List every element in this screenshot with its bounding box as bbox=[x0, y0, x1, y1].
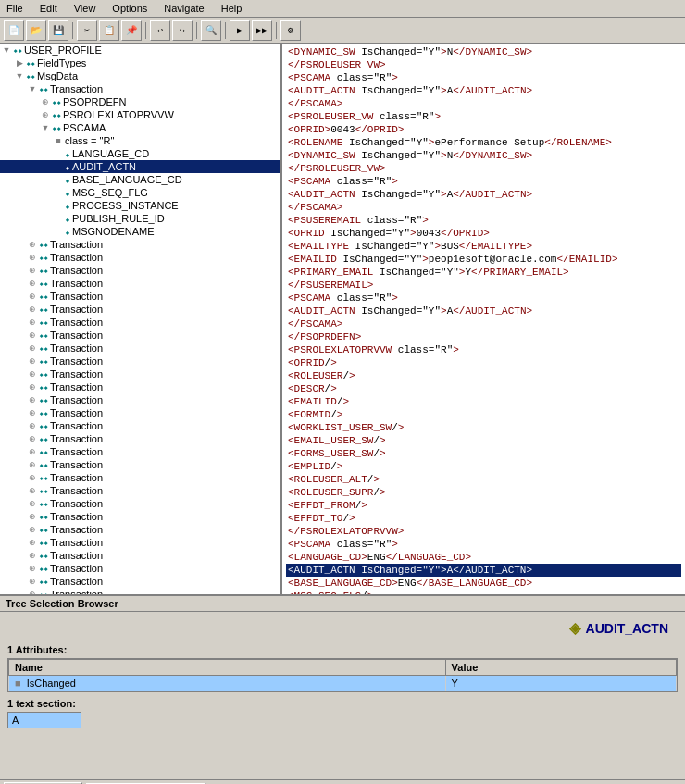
cut-button[interactable]: ✂ bbox=[77, 20, 97, 41]
expand-t23[interactable]: ⊕ bbox=[26, 525, 39, 534]
expand-t25[interactable]: ⊕ bbox=[26, 551, 39, 560]
menu-view[interactable]: View bbox=[71, 2, 99, 15]
tree-item-transaction-18[interactable]: ⊕ ⬥⬥ Transaction bbox=[0, 458, 280, 471]
table-row-ischanged[interactable]: ■ IsChanged Y bbox=[9, 676, 677, 691]
menu-navigate[interactable]: Navigate bbox=[161, 2, 206, 15]
text-section-input[interactable] bbox=[7, 712, 81, 728]
tree-item-transaction-20[interactable]: ⊕ ⬥⬥ Transaction bbox=[0, 484, 280, 497]
expand-t6[interactable]: ⊕ bbox=[26, 305, 39, 314]
expand-pscama[interactable]: ▼ bbox=[39, 123, 52, 132]
expand-t20[interactable]: ⊕ bbox=[26, 486, 39, 495]
expand-t27[interactable]: ⊕ bbox=[26, 577, 39, 586]
expand-t9[interactable]: ⊕ bbox=[26, 343, 39, 353]
tree-item-msgnodename[interactable]: ⬥ MSGNODENAME bbox=[0, 225, 280, 238]
tree-container[interactable]: ▼ ⬥⬥ USER_PROFILE ▶ ⬥⬥ FieldTypes ▼ ⬥⬥ M… bbox=[0, 44, 280, 594]
tree-item-msgdata[interactable]: ▼ ⬥⬥ MsgData bbox=[0, 69, 280, 82]
run-button[interactable]: ▶ bbox=[230, 20, 250, 41]
tree-item-transaction-27[interactable]: ⊕ ⬥⬥ Transaction bbox=[0, 575, 280, 588]
run2-button[interactable]: ▶▶ bbox=[252, 20, 272, 41]
menu-edit[interactable]: Edit bbox=[37, 2, 60, 15]
expand-t24[interactable]: ⊕ bbox=[26, 538, 39, 547]
menu-options[interactable]: Options bbox=[109, 2, 150, 15]
expand-icon-msgdata[interactable]: ▼ bbox=[13, 71, 26, 81]
expand-t17[interactable]: ⊕ bbox=[26, 447, 39, 456]
tree-item-transaction-16[interactable]: ⊕ ⬥⬥ Transaction bbox=[0, 432, 280, 445]
tree-item-transaction-15[interactable]: ⊕ ⬥⬥ Transaction bbox=[0, 419, 280, 432]
expand-t4[interactable]: ⊕ bbox=[26, 279, 39, 288]
tree-item-audit-actn[interactable]: ⬥ AUDIT_ACTN bbox=[0, 160, 280, 173]
tree-item-transaction-main[interactable]: ▼ ⬥⬥ Transaction bbox=[0, 82, 280, 95]
tree-label-transaction-1: Transaction bbox=[50, 239, 103, 250]
tree-item-base-language-cd[interactable]: ⬥ BASE_LANGUAGE_CD bbox=[0, 173, 280, 186]
expand-t12[interactable]: ⊕ bbox=[26, 382, 39, 392]
xml-view[interactable]: <DYNAMIC_SW IsChanged="Y">N</DYNAMIC_SW>… bbox=[282, 44, 685, 594]
copy-button[interactable]: 📋 bbox=[99, 20, 119, 41]
expand-t1[interactable]: ⊕ bbox=[26, 240, 39, 249]
expand-t10[interactable]: ⊕ bbox=[26, 356, 39, 366]
settings-button[interactable]: ⚙ bbox=[280, 20, 301, 41]
paste-button[interactable]: 📌 bbox=[121, 20, 142, 41]
expand-psrolexlatoprvvw[interactable]: ⊕ bbox=[39, 110, 52, 119]
tree-item-transaction-24[interactable]: ⊕ ⬥⬥ Transaction bbox=[0, 536, 280, 549]
undo-button[interactable]: ↩ bbox=[150, 20, 170, 41]
tree-item-transaction-12[interactable]: ⊕ ⬥⬥ Transaction bbox=[0, 380, 280, 393]
tree-item-psoprdefn[interactable]: ⊕ ⬥⬥ PSOPRDEFN bbox=[0, 95, 280, 108]
tree-item-transaction-1[interactable]: ⊕ ⬥⬥ Transaction bbox=[0, 238, 280, 251]
expand-t13[interactable]: ⊕ bbox=[26, 395, 39, 404]
menu-file[interactable]: File bbox=[4, 2, 26, 15]
menu-help[interactable]: Help bbox=[218, 2, 245, 15]
tree-item-transaction-6[interactable]: ⊕ ⬥⬥ Transaction bbox=[0, 303, 280, 316]
expand-t16[interactable]: ⊕ bbox=[26, 434, 39, 443]
expand-t2[interactable]: ⊕ bbox=[26, 253, 39, 262]
redo-button[interactable]: ↪ bbox=[172, 20, 193, 41]
tree-item-psrolexlatoprvvw[interactable]: ⊕ ⬥⬥ PSROLEXLATOPRVVW bbox=[0, 108, 280, 121]
expand-t18[interactable]: ⊕ bbox=[26, 460, 39, 469]
expand-t5[interactable]: ⊕ bbox=[26, 292, 39, 301]
expand-icon[interactable]: ▼ bbox=[0, 45, 13, 55]
find-button[interactable]: 🔍 bbox=[201, 20, 221, 41]
tree-item-process-instance[interactable]: ⬥ PROCESS_INSTANCE bbox=[0, 199, 280, 212]
tree-item-transaction-9[interactable]: ⊕ ⬥⬥ Transaction bbox=[0, 342, 280, 355]
tree-item-transaction-14[interactable]: ⊕ ⬥⬥ Transaction bbox=[0, 406, 280, 419]
tree-item-class-attr[interactable]: ■ class = "R" bbox=[0, 134, 280, 147]
expand-icon-transaction[interactable]: ▼ bbox=[26, 84, 39, 93]
tree-item-pscama[interactable]: ▼ ⬥⬥ PSCAMA bbox=[0, 121, 280, 134]
tree-item-transaction-8[interactable]: ⊕ ⬥⬥ Transaction bbox=[0, 329, 280, 342]
tree-item-msg-seq-flg[interactable]: ⬥ MSG_SEQ_FLG bbox=[0, 186, 280, 199]
tree-item-transaction-26[interactable]: ⊕ ⬥⬥ Transaction bbox=[0, 562, 280, 575]
tree-item-transaction-4[interactable]: ⊕ ⬥⬥ Transaction bbox=[0, 277, 280, 290]
tree-item-transaction-23[interactable]: ⊕ ⬥⬥ Transaction bbox=[0, 523, 280, 536]
tree-item-publish-rule-id[interactable]: ⬥ PUBLISH_RULE_ID bbox=[0, 212, 280, 225]
open-button[interactable]: 📂 bbox=[26, 20, 46, 41]
expand-t22[interactable]: ⊕ bbox=[26, 512, 39, 521]
new-button[interactable]: 📄 bbox=[4, 20, 24, 41]
tree-item-transaction-13[interactable]: ⊕ ⬥⬥ Transaction bbox=[0, 393, 280, 406]
tree-item-transaction-3[interactable]: ⊕ ⬥⬥ Transaction bbox=[0, 264, 280, 277]
tree-item-transaction-7[interactable]: ⊕ ⬥⬥ Transaction bbox=[0, 316, 280, 329]
expand-t3[interactable]: ⊕ bbox=[26, 266, 39, 275]
tree-item-transaction-22[interactable]: ⊕ ⬥⬥ Transaction bbox=[0, 510, 280, 523]
tree-item-transaction-5[interactable]: ⊕ ⬥⬥ Transaction bbox=[0, 290, 280, 303]
expand-t21[interactable]: ⊕ bbox=[26, 499, 39, 508]
expand-t7[interactable]: ⊕ bbox=[26, 317, 39, 327]
tree-item-user-profile[interactable]: ▼ ⬥⬥ USER_PROFILE bbox=[0, 44, 280, 56]
expand-t14[interactable]: ⊕ bbox=[26, 408, 39, 417]
expand-t8[interactable]: ⊕ bbox=[26, 330, 39, 340]
tree-item-transaction-10[interactable]: ⊕ ⬥⬥ Transaction bbox=[0, 355, 280, 367]
tree-item-language-cd[interactable]: ⬥ LANGUAGE_CD bbox=[0, 147, 280, 160]
tree-item-fieldtypes[interactable]: ▶ ⬥⬥ FieldTypes bbox=[0, 56, 280, 69]
tree-item-transaction-2[interactable]: ⊕ ⬥⬥ Transaction bbox=[0, 251, 280, 264]
tree-item-transaction-19[interactable]: ⊕ ⬥⬥ Transaction bbox=[0, 471, 280, 484]
expand-t26[interactable]: ⊕ bbox=[26, 564, 39, 573]
tree-item-transaction-11[interactable]: ⊕ ⬥⬥ Transaction bbox=[0, 367, 280, 380]
expand-t15[interactable]: ⊕ bbox=[26, 421, 39, 430]
tree-item-transaction-17[interactable]: ⊕ ⬥⬥ Transaction bbox=[0, 445, 280, 458]
save-button[interactable]: 💾 bbox=[48, 20, 68, 41]
expand-t11[interactable]: ⊕ bbox=[26, 369, 39, 379]
tree-item-transaction-21[interactable]: ⊕ ⬥⬥ Transaction bbox=[0, 497, 280, 510]
expand-t19[interactable]: ⊕ bbox=[26, 473, 39, 482]
expand-psoprdefn[interactable]: ⊕ bbox=[39, 97, 52, 106]
tree-item-transaction-28[interactable]: ⊕ ⬥⬥ Transaction bbox=[0, 588, 280, 594]
tree-item-transaction-25[interactable]: ⊕ ⬥⬥ Transaction bbox=[0, 549, 280, 562]
expand-icon-fieldtypes[interactable]: ▶ bbox=[13, 58, 26, 68]
